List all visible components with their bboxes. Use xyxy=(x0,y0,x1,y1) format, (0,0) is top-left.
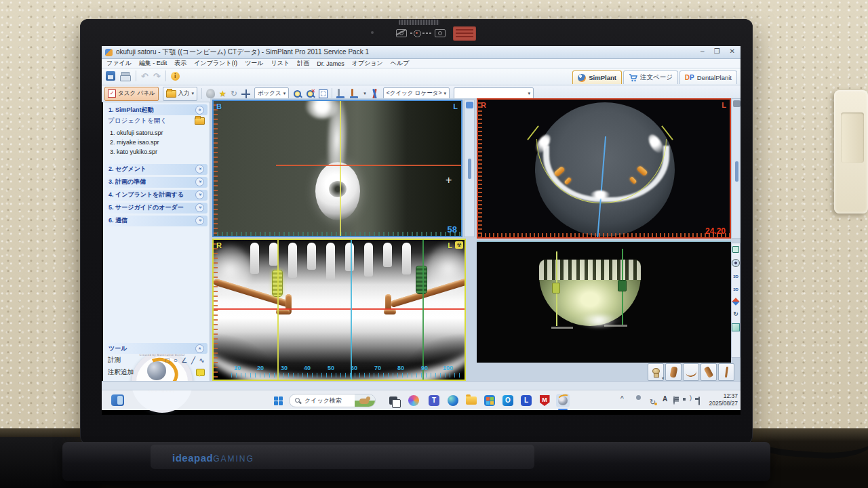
teams-icon[interactable]: T xyxy=(427,394,441,407)
show-nerves-button[interactable] xyxy=(683,363,699,381)
green-slice-line[interactable] xyxy=(422,240,424,380)
scrollbar-thumb[interactable] xyxy=(468,159,471,179)
implant-green[interactable] xyxy=(416,266,427,294)
edge-icon[interactable] xyxy=(446,394,460,407)
measure-rectangle-icon[interactable]: □ xyxy=(165,357,170,364)
recent-file-1[interactable]: 1. okufuji satoru.spr xyxy=(110,129,207,138)
tray-chevron-icon[interactable]: ^ xyxy=(620,395,624,403)
menu-plan[interactable]: 計画 xyxy=(297,59,309,68)
section-simplant-start[interactable]: 1. SimPlant起動 » xyxy=(105,104,208,115)
gear-icon[interactable] xyxy=(733,100,741,107)
close-button[interactable]: ✕ xyxy=(730,47,735,55)
expand-chevron-icon[interactable]: » xyxy=(195,216,204,225)
place-abutment-icon[interactable] xyxy=(350,89,359,99)
recent-file-3[interactable]: 3. kato yukiko.spr xyxy=(110,148,207,157)
sync-icon[interactable]: ↻ xyxy=(650,398,656,406)
menu-implant[interactable]: インプラント(I) xyxy=(194,59,237,68)
expand-chevron-icon[interactable]: » xyxy=(195,190,204,199)
battery-icon[interactable] xyxy=(698,395,700,403)
yellow-crosshair-vertical[interactable] xyxy=(340,101,341,236)
implant-axis-icon[interactable] xyxy=(370,89,379,99)
section-segment[interactable]: 2. セグメント » xyxy=(105,164,208,175)
save-icon[interactable] xyxy=(106,71,115,81)
tab-order-page[interactable]: 注文ページ xyxy=(623,70,678,84)
tab-dentalplanit[interactable]: DP DentalPlanit xyxy=(679,70,737,84)
section-plan-implants[interactable]: 4. インプラントを計画する » xyxy=(105,190,208,201)
measure-angle-icon[interactable]: ∠ xyxy=(181,357,187,364)
mcafee-icon[interactable]: M xyxy=(538,394,551,407)
viewport-3d[interactable] xyxy=(477,241,731,363)
tab-simplant[interactable]: SimPlant xyxy=(572,70,622,84)
show-bone-button[interactable]: ▾ xyxy=(648,363,664,381)
visibility-icon[interactable] xyxy=(732,259,740,267)
new-plan-icon[interactable]: ★ xyxy=(219,89,226,98)
collapse-chevron-icon[interactable]: » xyxy=(195,344,204,353)
implant-3d-left[interactable] xyxy=(552,283,560,293)
show-pins-button[interactable] xyxy=(718,363,734,381)
ime-indicator[interactable]: A xyxy=(663,395,667,403)
locator-icon[interactable]: ☢ xyxy=(455,241,463,249)
task-view-icon[interactable] xyxy=(387,394,400,407)
axial-scrollbar[interactable] xyxy=(731,98,741,239)
3d-view-icon[interactable]: 3D xyxy=(732,273,739,280)
zoom-reset-icon[interactable]: ✕ xyxy=(306,89,315,98)
show-implants-button[interactable] xyxy=(665,363,682,381)
window-titlebar[interactable]: okufuji satoru - 下顎 ((コーンビーム) CTデータ) - S… xyxy=(102,46,741,59)
section-communication[interactable]: 6. 通信 » xyxy=(105,216,208,226)
display-mode-icon[interactable] xyxy=(732,246,739,253)
clip-plane-icon[interactable] xyxy=(732,298,739,305)
viewport-panoramic[interactable]: 10 20 30 40 50 60 70 80 90 100 R L ☢ xyxy=(212,239,466,381)
viewport-axial[interactable]: R L 24.20 xyxy=(477,98,731,239)
recent-file-2[interactable]: 2. miyake isao.spr xyxy=(110,138,207,148)
redo-icon[interactable]: ↷ xyxy=(153,71,161,81)
implant-3d-right[interactable] xyxy=(618,280,627,291)
copilot-icon[interactable] xyxy=(407,394,420,407)
scrollbar-thumb[interactable] xyxy=(735,161,738,182)
3d-alt-view-icon[interactable]: 3D xyxy=(732,286,739,293)
menu-edit[interactable]: 編集 - Edit xyxy=(139,59,167,68)
measure-curve-icon[interactable]: ∿ xyxy=(199,357,205,364)
show-abutments-button[interactable] xyxy=(701,363,717,381)
expand-chevron-icon[interactable]: » xyxy=(195,165,204,174)
zoom-in-icon[interactable] xyxy=(293,89,302,98)
info-icon[interactable]: i xyxy=(171,72,180,81)
menu-tools[interactable]: ツール xyxy=(245,59,263,68)
simplant-taskbar-icon[interactable] xyxy=(556,394,570,407)
annotation-balloon-icon[interactable] xyxy=(196,369,205,376)
line-works-icon[interactable]: L xyxy=(519,394,533,407)
cross-section-scrollbar[interactable] xyxy=(464,100,475,237)
menu-help[interactable]: ヘルプ xyxy=(391,59,410,68)
menu-dr-james[interactable]: Dr. James xyxy=(317,60,344,67)
widgets-icon[interactable] xyxy=(111,394,124,406)
measure-circle-icon[interactable]: ○ xyxy=(174,357,178,364)
red-crosshair-horizontal[interactable] xyxy=(276,165,461,166)
expand-chevron-icon[interactable]: » xyxy=(195,203,204,212)
section-plan-prep[interactable]: 3. 計画の準備 » xyxy=(105,177,208,188)
print-icon[interactable] xyxy=(120,72,131,81)
cube-orientation-icon[interactable] xyxy=(732,323,740,331)
viewport-cross-section[interactable]: B L + 58 xyxy=(212,100,462,237)
section-tools[interactable]: ツール » xyxy=(105,343,208,354)
expand-chevron-icon[interactable]: » xyxy=(195,178,204,186)
fit-to-view-icon[interactable] xyxy=(319,89,328,98)
menu-file[interactable]: ファイル xyxy=(106,59,132,68)
microsoft-store-icon[interactable] xyxy=(483,394,496,407)
rotate-3d-icon[interactable]: ↻ xyxy=(732,310,739,317)
pan-icon[interactable] xyxy=(241,89,250,98)
outlook-icon[interactable]: O xyxy=(501,394,515,407)
rotate-view-icon[interactable]: ↻ xyxy=(231,89,237,98)
cyan-slice-line[interactable] xyxy=(351,240,352,380)
menu-options[interactable]: オプション xyxy=(352,59,383,68)
task-panel-toggle[interactable]: ✓ タスク パネル xyxy=(104,87,159,101)
network-icon[interactable] xyxy=(673,395,675,403)
red-crosshair-horizontal[interactable] xyxy=(214,308,465,310)
open-project-row[interactable]: プロジェクトを開く xyxy=(103,115,210,126)
section-surgiguide-order[interactable]: 5. サージガイドのオーダー » xyxy=(105,203,208,214)
clock[interactable]: 12:37 2025/08/27 xyxy=(709,392,738,407)
collapse-chevron-icon[interactable]: » xyxy=(195,106,204,115)
menu-list[interactable]: リスト xyxy=(271,59,290,68)
start-button[interactable] xyxy=(271,394,285,407)
input-button[interactable]: 入力 ▾ xyxy=(163,87,198,101)
place-implant-icon[interactable] xyxy=(336,89,346,99)
menu-view[interactable]: 表示 xyxy=(174,59,186,68)
